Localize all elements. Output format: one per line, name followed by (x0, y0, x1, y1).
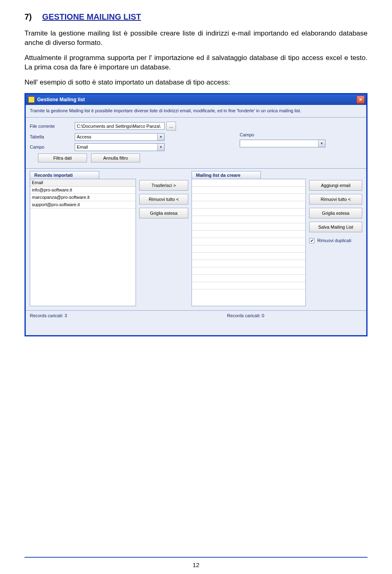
grid-row-empty (192, 231, 305, 238)
aggiungi-email-button[interactable]: Aggiungi email (309, 180, 362, 191)
filtra-button[interactable]: Filtra dati (38, 154, 87, 162)
label-file: File corrente (30, 124, 75, 129)
file-input[interactable] (75, 122, 165, 130)
tabella-select[interactable] (75, 133, 165, 141)
records-bar: Records caricati: 3 Records caricati: 0 (26, 311, 366, 323)
window-title: Gestione Mailing list (37, 97, 85, 102)
grid-row-empty (192, 209, 305, 216)
label-campo-right: Campo (240, 132, 264, 137)
grid-row-empty (192, 253, 305, 260)
heading-number: 7) (24, 12, 32, 22)
grid-left[interactable]: Email info@pro-software.it marcopanza@pr… (30, 179, 136, 306)
trasferisci-button[interactable]: Trasferisci > (139, 180, 188, 191)
tab-records-importati[interactable]: Records importati (30, 171, 99, 179)
grid-row-empty (192, 201, 305, 209)
close-button[interactable]: × (356, 96, 365, 104)
grid-row-empty (192, 267, 305, 275)
records-left: Records caricati: 3 (30, 313, 67, 318)
columns-area: Records importati Email info@pro-softwar… (26, 169, 366, 311)
grid-row-empty (192, 187, 305, 194)
page-number: 12 (0, 561, 392, 568)
salva-mailing-list-button[interactable]: Salva Mailing List (309, 222, 362, 232)
checkbox-icon[interactable]: ✔ (309, 238, 314, 243)
grid-row[interactable]: marcopanza@pro-software.it (30, 194, 136, 201)
grid-right[interactable] (192, 179, 306, 306)
grid-row-empty (192, 275, 305, 282)
app-icon (28, 96, 35, 103)
rimuovi-tutto-right-button[interactable]: Rimuovi tutto < (309, 194, 362, 205)
section-heading: 7) GESTIONE MAILING LIST (24, 12, 368, 22)
window-intro: Tramite la gestione Mailing list è possi… (26, 105, 366, 117)
grid-row-empty (192, 260, 305, 267)
rimuovi-tutto-button[interactable]: Rimuovi tutto < (139, 194, 188, 205)
griglia-estesa-button[interactable]: Griglia estesa (139, 208, 188, 218)
campo-select[interactable] (75, 143, 165, 151)
grid-row-empty (192, 179, 305, 187)
grid-row-empty (192, 194, 305, 201)
grid-row-empty (192, 245, 305, 253)
paragraph-3: Nell' esempio di sotto è stato importato… (24, 78, 368, 87)
grid-row-empty (192, 223, 305, 231)
grid-row[interactable]: support@pro-software.it (30, 201, 136, 209)
griglia-estesa-right-button[interactable]: Griglia estesa (309, 208, 362, 218)
annulla-button[interactable]: Annulla filtro (91, 154, 140, 162)
grid-row-empty (192, 282, 305, 289)
app-window: Gestione Mailing list × Tramite la gesti… (24, 93, 368, 336)
label-campo: Campo (30, 145, 75, 149)
campo-right-select[interactable] (240, 140, 325, 147)
titlebar: Gestione Mailing list × (26, 94, 366, 105)
rimuovi-duplicati-option[interactable]: ✔ Rimuovi duplicati (309, 238, 362, 244)
paragraph-2: Attualmente il programma supporta per l'… (24, 53, 368, 72)
paragraph-1: Tramite la gestione mailing list è possi… (24, 29, 368, 48)
grid-row-empty (192, 216, 305, 223)
grid-row[interactable]: info@pro-software.it (30, 187, 136, 194)
chevron-down-icon[interactable]: ▼ (157, 133, 164, 140)
grid-row-empty (192, 238, 305, 245)
checkbox-label: Rimuovi duplicati (317, 238, 351, 243)
grid-left-header: Email (30, 179, 136, 187)
label-tabella: Tabella (30, 134, 75, 139)
tab-mailing-list[interactable]: Mailing list da creare (192, 171, 261, 179)
footer-divider (24, 557, 368, 558)
form-panel: File corrente ... Tabella ▼ Campo ▼ Filt… (26, 117, 366, 169)
browse-button[interactable]: ... (166, 122, 176, 131)
chevron-down-icon[interactable]: ▼ (318, 140, 325, 147)
heading-title: GESTIONE MAILING LIST (42, 12, 141, 21)
chevron-down-icon[interactable]: ▼ (157, 144, 164, 151)
records-right: Records caricati: 0 (227, 313, 264, 318)
